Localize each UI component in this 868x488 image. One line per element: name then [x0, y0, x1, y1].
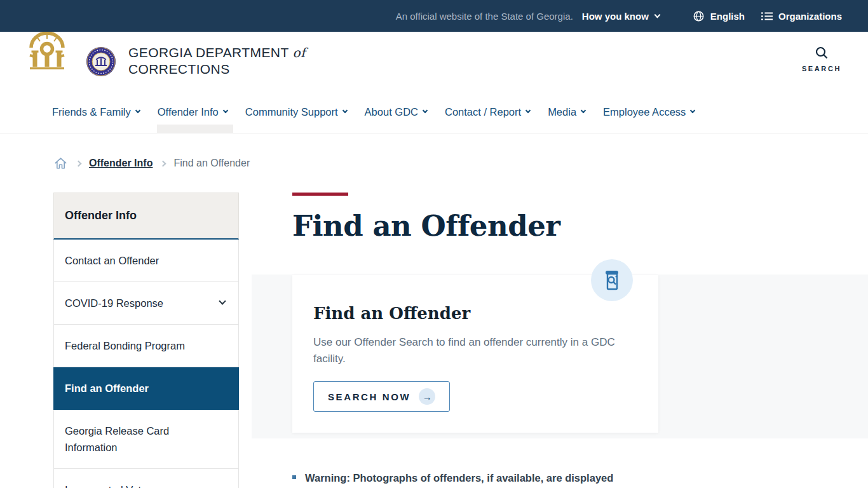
nav-label: About GDC: [365, 106, 418, 118]
warning-list-item: Warning: Photographs of offenders, if av…: [292, 470, 674, 485]
sidebar-item-label: COVID-19 Response: [65, 297, 163, 309]
offender-info-sidebar: Offender Info Contact an Offender COVID-…: [53, 193, 239, 488]
chevron-down-icon: [342, 107, 347, 112]
nav-label: Media: [548, 106, 576, 118]
title-accent-bar: [292, 193, 348, 196]
breadcrumb-current-page: Find an Offender: [173, 158, 250, 169]
globe-icon: [693, 10, 705, 22]
sidebar-item-covid-19-response[interactable]: COVID-19 Response: [53, 282, 239, 325]
nav-item-media[interactable]: Media: [548, 91, 585, 133]
chevron-down-icon: [135, 107, 140, 112]
organizations-label: Organizations: [778, 11, 842, 22]
document-search-badge: [591, 259, 633, 301]
search-now-button[interactable]: SEARCH NOW →: [313, 381, 450, 412]
sidebar-item-label: Georgia Release Card Information: [65, 425, 169, 453]
breadcrumb-separator-icon: [160, 160, 166, 166]
organizations-button[interactable]: Organizations: [761, 11, 842, 22]
arrow-right-icon: →: [419, 388, 435, 405]
banner-content: An official website of the State of Geor…: [396, 0, 842, 32]
site-search-button[interactable]: SEARCH: [802, 45, 841, 72]
official-website-text: An official website of the State of Geor…: [396, 11, 573, 22]
sidebar-item-label: Incarcerated Veterans: [65, 484, 167, 488]
agency-name-connector: of: [293, 45, 306, 60]
sidebar-title: Offender Info: [53, 193, 239, 240]
nav-label: Offender Info: [158, 106, 219, 118]
nav-item-about-gdc[interactable]: About GDC: [365, 91, 427, 133]
language-label: English: [710, 11, 745, 22]
list-icon: [761, 11, 773, 21]
nav-label: Friends & Family: [52, 106, 131, 118]
main-navigation: Friends & Family Offender Info Community…: [0, 91, 868, 133]
nav-label: Contact / Report: [445, 106, 521, 118]
breadcrumb-offender-info-link[interactable]: Offender Info: [89, 158, 153, 169]
nav-label: Community Support: [245, 106, 338, 118]
how-you-know-toggle[interactable]: How you know: [582, 11, 660, 22]
warning-text: Warning: Photographs of offenders, if av…: [305, 470, 613, 485]
card-description: Use our Offender Search to find an offen…: [313, 334, 626, 367]
search-label: SEARCH: [802, 65, 841, 72]
chevron-down-icon: [423, 107, 428, 112]
nav-item-employee-access[interactable]: Employee Access: [603, 91, 695, 133]
chevron-down-icon: [690, 107, 695, 112]
agency-name[interactable]: GEORGIA DEPARTMENT of CORRECTIONS: [128, 44, 306, 77]
sidebar-item-find-an-offender[interactable]: Find an Offender: [53, 367, 239, 410]
search-now-label: SEARCH NOW: [328, 391, 410, 402]
sidebar-item-label: Federal Bonding Program: [65, 340, 185, 351]
sidebar-item-contact-an-offender[interactable]: Contact an Offender: [53, 240, 239, 282]
nav-item-contact-report[interactable]: Contact / Report: [445, 91, 530, 133]
chevron-down-icon: [581, 107, 586, 112]
document-search-icon: [601, 269, 623, 292]
agency-name-line2: CORRECTIONS: [128, 61, 306, 77]
chevron-down-icon: [223, 107, 228, 112]
agency-name-line1: GEORGIA DEPARTMENT: [128, 45, 288, 60]
search-icon: [814, 45, 829, 60]
chevron-down-icon: [526, 107, 531, 112]
language-button[interactable]: English: [693, 10, 745, 22]
breadcrumb-separator-icon: [76, 160, 82, 166]
nav-label: Employee Access: [603, 106, 686, 118]
how-you-know-label: How you know: [582, 11, 649, 22]
breadcrumb-home-link[interactable]: [53, 156, 68, 170]
breadcrumb: Offender Info Find an Offender: [53, 156, 868, 170]
chevron-down-icon: [654, 11, 660, 18]
card-title: Find an Offender: [313, 304, 637, 323]
nav-item-offender-info[interactable]: Offender Info: [158, 91, 227, 133]
nav-item-community-support[interactable]: Community Support: [245, 91, 347, 133]
nav-item-friends-family[interactable]: Friends & Family: [52, 91, 140, 133]
chevron-down-icon[interactable]: [219, 297, 226, 304]
sidebar-item-federal-bonding-program[interactable]: Federal Bonding Program: [53, 325, 239, 367]
bullet-icon: [292, 475, 296, 479]
site-header: GEORGIA DEPARTMENT of CORRECTIONS SEARCH: [0, 32, 868, 91]
gdc-seal-logo: [86, 46, 116, 77]
sidebar-item-incarcerated-veterans[interactable]: Incarcerated Veterans: [53, 469, 239, 488]
home-icon: [53, 156, 68, 170]
sidebar-item-label: Contact an Offender: [65, 255, 159, 266]
page-title: Find an Offender: [292, 209, 658, 243]
main-content: Find an Offender Find an Offender Use ou…: [292, 193, 658, 433]
sidebar-item-label: Find an Offender: [65, 383, 149, 394]
arch-icon: [29, 31, 65, 71]
sidebar-item-georgia-release-card-information[interactable]: Georgia Release Card Information: [53, 410, 239, 469]
official-state-banner: An official website of the State of Geor…: [0, 0, 868, 32]
